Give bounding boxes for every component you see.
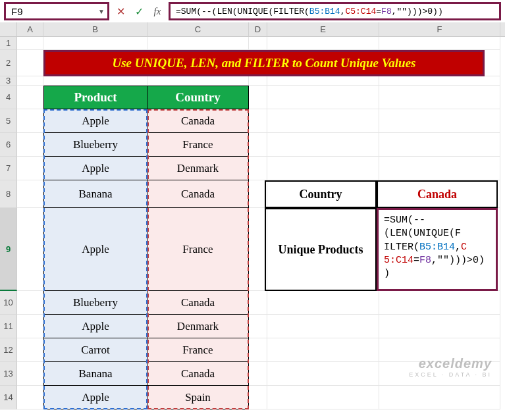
col-header-a[interactable]: A (17, 22, 43, 36)
row-header[interactable]: 11 (0, 315, 17, 338)
formula-range2: C5:C14 (345, 7, 376, 16)
table-cell[interactable]: Spain (147, 386, 249, 409)
row-header[interactable]: 12 (0, 338, 17, 362)
table-cell[interactable]: Blueberry (43, 133, 147, 157)
select-all-corner[interactable] (0, 22, 17, 36)
col-header-e[interactable]: E (267, 22, 379, 36)
row-header[interactable]: 14 (0, 386, 17, 409)
row-header[interactable]: 4 (0, 86, 17, 109)
col-header-f[interactable]: F (379, 22, 500, 36)
data-table: Product Country AppleCanada BlueberryFra… (43, 86, 249, 409)
table-cell[interactable]: Apple (43, 208, 147, 291)
chevron-down-icon[interactable]: ▼ (98, 8, 105, 15)
spreadsheet-grid: A B C D E F 1 2 3 4 5 6 7 8 9 10 11 12 1… (0, 22, 505, 409)
formula-input[interactable]: =SUM(--(LEN(UNIQUE(FILTER( B5:B14 , C5:C… (169, 2, 501, 20)
banner-text: Use UNIQUE, LEN, and FILTER to Count Uni… (112, 56, 415, 70)
title-banner: Use UNIQUE, LEN, and FILTER to Count Uni… (43, 50, 485, 76)
table-cell[interactable]: Blueberry (43, 291, 147, 315)
row-header[interactable]: 2 (0, 50, 17, 76)
country-label-cell[interactable]: Country (265, 180, 377, 208)
table-cell[interactable]: Denmark (147, 315, 249, 338)
table-cell[interactable]: Canada (147, 291, 249, 315)
column-headers: A B C D E F (0, 22, 505, 37)
table-cell[interactable]: Apple (43, 109, 147, 133)
row-header[interactable]: 5 (0, 109, 17, 133)
name-box[interactable]: F9 ▼ (4, 2, 109, 20)
formula-text-prefix: =SUM(--(LEN(UNIQUE(FILTER( (176, 7, 309, 16)
table-cell[interactable]: Denmark (147, 157, 249, 180)
table-cell[interactable]: Apple (43, 157, 147, 180)
row-header-active[interactable]: 9 (0, 208, 17, 291)
col-header-c[interactable]: C (147, 22, 249, 36)
col-header-b[interactable]: B (43, 22, 147, 36)
row-header[interactable]: 1 (0, 37, 17, 50)
header-product[interactable]: Product (43, 86, 147, 109)
grid-rows: 1 2 3 4 5 6 7 8 9 10 11 12 13 14 Use UNI… (0, 37, 505, 409)
row-header[interactable]: 8 (0, 180, 17, 208)
formula-bar: F9 ▼ ✕ ✓ fx =SUM(--(LEN(UNIQUE(FILTER( B… (0, 0, 505, 22)
unique-products-label[interactable]: Unique Products (265, 208, 377, 291)
side-table: Country Canada Unique Products =SUM(-- (… (265, 180, 498, 291)
row-header[interactable]: 7 (0, 157, 17, 180)
table-cell[interactable]: France (147, 208, 249, 291)
table-cell[interactable]: Apple (43, 315, 147, 338)
row-header[interactable]: 13 (0, 362, 17, 386)
row-header[interactable]: 3 (0, 76, 17, 86)
table-cell[interactable]: France (147, 133, 249, 157)
table-cell[interactable]: Apple (43, 386, 147, 409)
formula-edit-cell[interactable]: =SUM(-- (LEN(UNIQUE(F ILTER(B5:B14,C 5:C… (377, 208, 498, 291)
table-cell[interactable]: Canada (147, 362, 249, 386)
accept-icon[interactable]: ✓ (132, 4, 146, 18)
table-cell[interactable]: Canada (147, 180, 249, 208)
fx-icon[interactable]: fx (150, 4, 165, 18)
formula-range1: B5:B14 (309, 7, 340, 16)
table-body: AppleCanada BlueberryFrance AppleDenmark… (43, 109, 249, 409)
name-box-value: F9 (11, 6, 23, 17)
cancel-icon[interactable]: ✕ (113, 4, 128, 18)
table-cell[interactable]: Canada (147, 109, 249, 133)
formula-range3: F8 (381, 7, 392, 16)
row-header[interactable]: 10 (0, 291, 17, 315)
table-header: Product Country (43, 86, 249, 109)
col-header-d[interactable]: D (249, 22, 267, 36)
table-cell[interactable]: France (147, 338, 249, 362)
formula-text-suffix: ,"")))>0)) (392, 7, 443, 16)
row-header[interactable]: 6 (0, 133, 17, 157)
table-cell[interactable]: Carrot (43, 338, 147, 362)
table-cell[interactable]: Banana (43, 362, 147, 386)
header-country[interactable]: Country (147, 86, 249, 109)
country-value-cell[interactable]: Canada (377, 180, 498, 208)
table-cell[interactable]: Banana (43, 180, 147, 208)
